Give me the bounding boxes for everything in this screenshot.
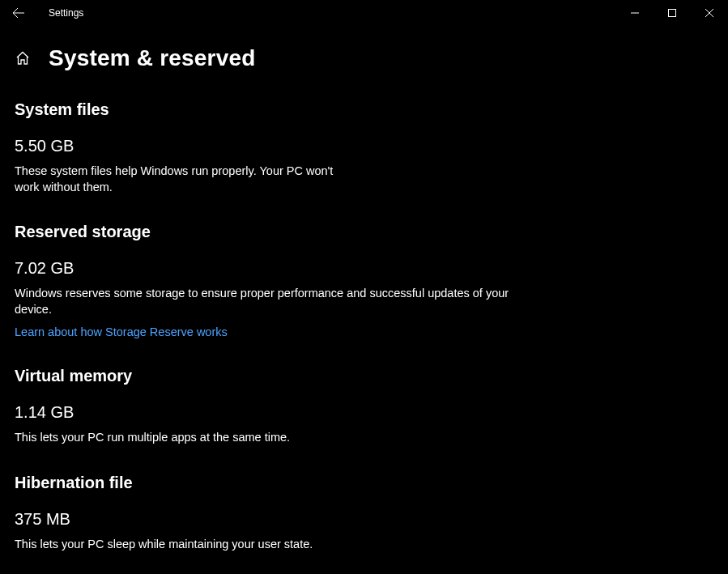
section-reserved-storage: Reserved storage 7.02 GB Windows reserve… — [15, 223, 541, 339]
window-title: Settings — [49, 7, 83, 19]
reserved-storage-heading: Reserved storage — [15, 223, 541, 241]
virtual-memory-description: This lets your PC run multiple apps at t… — [15, 430, 541, 446]
virtual-memory-heading: Virtual memory — [15, 367, 541, 385]
close-icon — [705, 9, 713, 17]
system-files-description: These system files help Windows run prop… — [15, 164, 355, 195]
reserved-storage-value: 7.02 GB — [15, 259, 541, 278]
reserved-storage-description: Windows reserves some storage to ensure … — [15, 286, 541, 317]
maximize-button[interactable] — [653, 0, 691, 26]
titlebar: Settings — [0, 0, 728, 26]
system-files-heading: System files — [15, 100, 541, 119]
content-area: System & reserved System files 5.50 GB T… — [0, 26, 728, 552]
section-hibernation-file: Hibernation file 375 MB This lets your P… — [15, 474, 541, 553]
minimize-icon — [631, 9, 639, 17]
hibernation-file-heading: Hibernation file — [15, 474, 541, 492]
close-button[interactable] — [691, 0, 728, 26]
page-header: System & reserved — [15, 45, 713, 71]
section-virtual-memory: Virtual memory 1.14 GB This lets your PC… — [15, 367, 541, 446]
page-title: System & reserved — [49, 45, 256, 71]
back-arrow-icon — [12, 6, 25, 19]
window-controls — [616, 0, 728, 26]
back-button[interactable] — [6, 1, 31, 25]
virtual-memory-value: 1.14 GB — [15, 403, 541, 422]
minimize-button[interactable] — [616, 0, 653, 26]
maximize-icon — [668, 9, 676, 17]
home-button[interactable] — [15, 50, 31, 66]
section-system-files: System files 5.50 GB These system files … — [15, 100, 541, 195]
home-icon — [15, 51, 30, 66]
hibernation-file-value: 375 MB — [15, 510, 541, 529]
storage-reserve-learn-link[interactable]: Learn about how Storage Reserve works — [15, 325, 228, 338]
hibernation-file-description: This lets your PC sleep while maintainin… — [15, 537, 541, 553]
svg-rect-0 — [669, 10, 676, 17]
titlebar-left: Settings — [6, 1, 616, 25]
system-files-value: 5.50 GB — [15, 137, 541, 155]
